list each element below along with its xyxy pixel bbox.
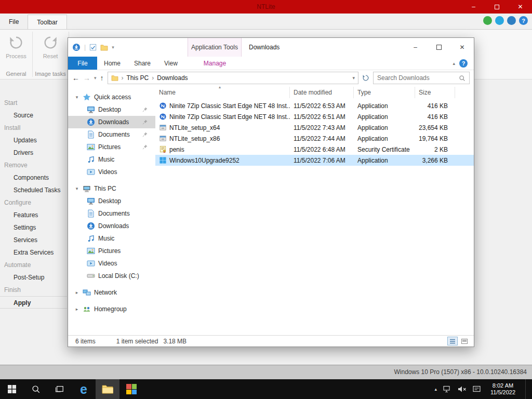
refresh-icon[interactable] <box>362 74 369 82</box>
nav-item-this-pc-videos[interactable]: Videos <box>68 257 155 270</box>
nav-item-quick-access-videos[interactable]: Videos <box>68 166 155 178</box>
nav-item-this-pc-downloads[interactable]: Downloads <box>68 220 155 232</box>
file-size: 3,266 KB <box>415 157 455 164</box>
explorer-maximize-button[interactable] <box>427 38 450 57</box>
taskbar-search-button[interactable] <box>24 379 48 399</box>
ntlite-sidebar-item-extra-services[interactable]: Extra Services <box>0 246 67 259</box>
ntlite-sidebar-item-services[interactable]: Services <box>0 234 67 246</box>
pin-icon <box>142 131 148 138</box>
expander-chevron-icon[interactable]: ▸ <box>74 290 79 295</box>
ntlite-sidebar-item-scheduled-tasks[interactable]: Scheduled Tasks <box>0 184 67 196</box>
new-folder-icon[interactable] <box>100 44 108 51</box>
column-header-type[interactable]: Type <box>354 87 415 98</box>
nav-group-this-pc[interactable]: ▾This PC <box>68 182 155 195</box>
up-arrow-icon[interactable]: ↑ <box>100 74 104 82</box>
help-icon[interactable]: ? <box>519 16 528 25</box>
community-icon[interactable] <box>507 16 516 25</box>
ntlite-sidebar-item-drivers[interactable]: Drivers <box>0 147 67 159</box>
large-icons-view-button[interactable] <box>459 337 470 345</box>
explorer-minimize-button[interactable]: – <box>404 38 427 57</box>
column-header-size[interactable]: Size <box>415 87 455 98</box>
ntlite-close-button[interactable]: ✕ <box>509 0 532 14</box>
nav-group-homegroup[interactable]: ▸Homegroup <box>68 303 155 315</box>
ntlite-tab-toolbar[interactable]: Toolbar <box>28 15 66 30</box>
taskbar-clock[interactable]: 8:02 AM 11/5/2022 <box>487 382 519 396</box>
ntlite-sidebar-item-source[interactable]: Source <box>0 109 67 122</box>
explorer-help-icon[interactable]: ? <box>459 59 468 68</box>
column-header-name[interactable]: Name <box>155 87 290 98</box>
tray-chevron-up-icon[interactable]: ▴ <box>434 387 437 392</box>
ntlite-sidebar-item-apply[interactable]: Apply <box>0 296 67 309</box>
twitter-icon[interactable] <box>495 16 504 25</box>
ntlite-sidebar-item-components[interactable]: Components <box>0 171 67 184</box>
taskbar-edge-button[interactable]: e <box>72 379 96 399</box>
file-row-ninite-7zip-classic-start-edge-net-48-inst[interactable]: Ninite 7Zip Classic Start Edge NET 48 In… <box>155 100 474 111</box>
show-desktop-button[interactable] <box>525 379 528 399</box>
ntlite-sidebar-item-post-setup[interactable]: Post-Setup <box>0 271 67 284</box>
file-row-ninite-7zip-classic-start-edge-net-48-inst[interactable]: Ninite 7Zip Classic Start Edge NET 48 In… <box>155 111 474 122</box>
action-center-icon[interactable] <box>473 385 481 393</box>
nav-item-this-pc-music[interactable]: Music <box>68 232 155 245</box>
expander-chevron-icon[interactable]: ▾ <box>74 186 79 191</box>
nav-item-quick-access-documents[interactable]: Documents <box>68 128 155 141</box>
expander-chevron-icon[interactable]: ▾ <box>74 95 79 100</box>
search-icon[interactable] <box>459 75 466 82</box>
file-row-ntlite-setup-x86[interactable]: NTLite_setup_x8611/5/2022 7:44 AMApplica… <box>155 133 474 144</box>
desktop: NTLite – ✕ File Toolbar ? <box>0 0 532 399</box>
tab-file[interactable]: File <box>68 57 97 70</box>
network-icon[interactable] <box>443 385 451 393</box>
taskbar-file-explorer-button[interactable] <box>96 379 119 399</box>
back-arrow-icon[interactable]: ← <box>72 74 79 82</box>
taskbar-upgrade-app-button[interactable] <box>119 379 143 399</box>
file-size: 2 KB <box>415 146 455 153</box>
breadcrumb-downloads[interactable]: Downloads <box>157 74 188 82</box>
search-input[interactable] <box>377 74 459 82</box>
ntlite-sidebar-item-features[interactable]: Features <box>0 209 67 221</box>
forward-arrow-icon[interactable]: → <box>83 74 90 82</box>
nav-item-quick-access-pictures[interactable]: Pictures <box>68 141 155 153</box>
file-row-penis[interactable]: penis11/5/2022 6:48 AMSecurity Certifica… <box>155 144 474 155</box>
edge-icon: e <box>80 382 87 397</box>
ntlite-tab-file[interactable]: File <box>0 15 28 29</box>
nav-item-this-pc-documents[interactable]: Documents <box>68 207 155 220</box>
nav-item-this-pc-local-disk-c[interactable]: Local Disk (C:) <box>68 270 155 282</box>
nav-group-quick-access[interactable]: ▾Quick access <box>68 91 155 103</box>
nav-item-quick-access-music[interactable]: Music <box>68 153 155 166</box>
ntlite-sidebar-item-updates[interactable]: Updates <box>0 134 67 147</box>
task-view-button[interactable] <box>48 379 72 399</box>
explorer-close-button[interactable]: ✕ <box>450 38 474 57</box>
start-button[interactable] <box>0 379 24 399</box>
address-dropdown-chevron-icon[interactable]: ▾ <box>352 75 355 81</box>
tab-home[interactable]: Home <box>97 57 127 70</box>
tab-share[interactable]: Share <box>127 57 157 70</box>
ntlite-restore-button[interactable] <box>485 0 509 14</box>
collapse-ribbon-chevron-icon[interactable]: ▴ <box>453 61 455 66</box>
file-row-ntlite-setup-x64[interactable]: NTLite_setup_x6411/5/2022 7:43 AMApplica… <box>155 122 474 133</box>
ntlite-sidebar-item-settings[interactable]: Settings <box>0 221 67 234</box>
volume-muted-icon[interactable] <box>458 385 467 393</box>
tab-view[interactable]: View <box>157 57 184 70</box>
qat-customize-chevron-icon[interactable]: ▾ <box>112 45 114 50</box>
nav-item-this-pc-desktop[interactable]: Desktop <box>68 195 155 207</box>
breadcrumb-this-pc[interactable]: This PC <box>127 74 149 82</box>
ntlite-minimize-button[interactable]: – <box>462 0 485 14</box>
recent-locations-chevron-icon[interactable]: ▾ <box>94 75 97 81</box>
nav-item-quick-access-desktop[interactable]: Desktop <box>68 103 155 116</box>
file-row-windows10upgrade9252[interactable]: Windows10Upgrade925211/5/2022 7:06 AMApp… <box>155 155 474 166</box>
nav-group-network[interactable]: ▸Network <box>68 286 155 299</box>
file-size: 19,764 KB <box>415 135 455 142</box>
column-header-date-modified[interactable]: Date modified <box>290 87 354 98</box>
properties-icon[interactable] <box>89 44 97 51</box>
reset-button[interactable]: Reset <box>36 32 65 59</box>
expander-chevron-icon[interactable]: ▸ <box>74 307 79 312</box>
downloads-icon <box>87 118 95 126</box>
nav-item-this-pc-pictures[interactable]: Pictures <box>68 245 155 257</box>
process-button[interactable]: Process <box>2 32 31 59</box>
nav-item-label: Music <box>98 156 114 163</box>
forum-icon[interactable] <box>483 16 492 25</box>
tab-manage[interactable]: Manage <box>197 57 233 70</box>
nav-item-quick-access-downloads[interactable]: Downloads <box>68 116 155 128</box>
address-bar[interactable]: › This PC › Downloads ▾ <box>108 72 358 84</box>
search-box[interactable] <box>373 72 470 84</box>
details-view-button[interactable] <box>447 337 458 345</box>
